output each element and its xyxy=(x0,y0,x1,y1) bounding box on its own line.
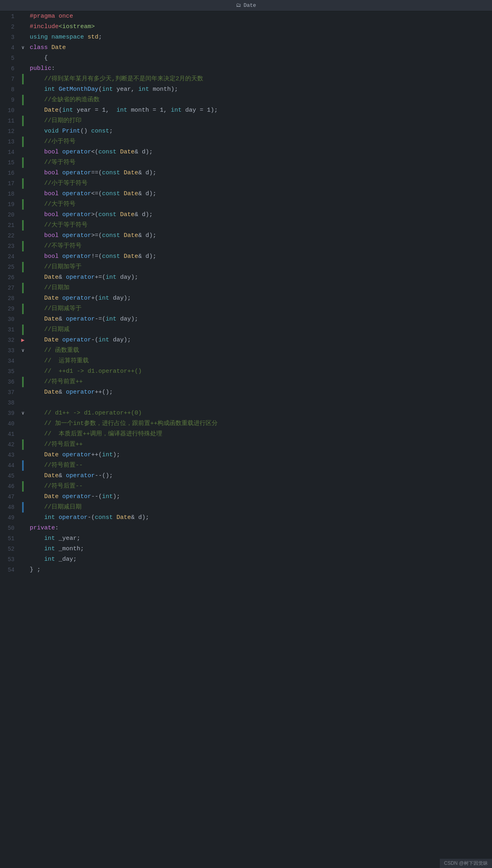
table-row: 39∨ // d1++ -> d1.operator++(0) xyxy=(0,408,492,419)
collapse-chevron-icon[interactable]: ∨ xyxy=(21,345,24,356)
token-comment: //符号前置-- xyxy=(44,462,83,469)
code-content: //日期加等于 xyxy=(27,262,492,272)
code-content: int _day; xyxy=(27,554,492,565)
token-normal: month = 1, xyxy=(127,107,171,114)
table-row: 33∨ // 函数重载 xyxy=(0,345,492,356)
token-normal: & d); xyxy=(135,149,153,155)
gutter xyxy=(19,210,27,220)
gutter xyxy=(19,53,27,63)
token-classname: Date xyxy=(124,170,138,176)
table-row: 6public: xyxy=(0,63,492,74)
table-row: 5 { xyxy=(0,53,492,63)
line-number: 52 xyxy=(0,544,19,554)
token-normal: >( xyxy=(91,211,98,218)
gutter xyxy=(19,533,27,544)
line-number: 43 xyxy=(0,450,19,460)
table-row: 25 //日期加等于 xyxy=(0,262,492,272)
token-normal: day); xyxy=(109,337,131,343)
gutter-green-bar xyxy=(22,439,24,450)
code-area: 1#pragma once2#include<iostream>3using n… xyxy=(0,11,492,575)
gutter-green-bar xyxy=(22,95,24,105)
line-number: 42 xyxy=(0,439,19,450)
token-normal xyxy=(30,222,44,229)
code-content: Date& operator-=(int day); xyxy=(27,314,492,325)
token-normal xyxy=(59,493,62,500)
code-content: //等于符号 xyxy=(27,157,492,168)
token-comment: // 运算符重载 xyxy=(44,357,89,364)
line-number: 32 xyxy=(0,335,19,345)
token-normal: & d); xyxy=(135,211,153,218)
token-normal xyxy=(30,232,44,239)
collapse-chevron-icon[interactable]: ∨ xyxy=(21,43,24,53)
gutter xyxy=(19,314,27,325)
token-classname: Date xyxy=(44,337,59,343)
token-fn: operator xyxy=(62,190,91,197)
gutter xyxy=(19,377,27,387)
line-number: 29 xyxy=(0,304,19,314)
table-row: 40 // 加一个int参数，进行占位，跟前置++构成函数重载进行区分 xyxy=(0,419,492,429)
gutter xyxy=(19,502,27,513)
code-content: #include<iostream> xyxy=(27,22,492,32)
token-normal xyxy=(59,128,62,135)
token-normal: & d); xyxy=(138,253,156,260)
gutter-green-bar xyxy=(22,137,24,147)
table-row: 2#include<iostream> xyxy=(0,22,492,32)
line-number: 51 xyxy=(0,533,19,544)
gutter-green-bar xyxy=(22,283,24,293)
table-row: 13 //小于符号 xyxy=(0,137,492,147)
line-number: 9 xyxy=(0,95,19,105)
token-classname: Date xyxy=(116,514,131,521)
line-number: 13 xyxy=(0,137,19,147)
table-row: 32▶ Date operator-(int day); xyxy=(0,335,492,345)
table-row: 7 //得到某年某月有多少天,判断是不是闰年来决定2月的天数 xyxy=(0,74,492,84)
gutter xyxy=(19,492,27,502)
gutter xyxy=(19,544,27,554)
token-normal xyxy=(30,107,44,114)
code-content: { xyxy=(27,53,492,63)
code-content: //日期的打印 xyxy=(27,116,492,126)
line-number: 54 xyxy=(0,565,19,575)
gutter xyxy=(19,419,27,429)
code-content: void Print() const; xyxy=(27,126,492,137)
token-normal: day = 1); xyxy=(182,107,218,114)
line-number: 19 xyxy=(0,199,19,210)
code-content: //全缺省的构造函数 xyxy=(27,95,492,105)
token-normal xyxy=(30,295,44,302)
gutter: ∨ xyxy=(19,408,27,419)
token-normal xyxy=(30,138,44,145)
line-number: 11 xyxy=(0,116,19,126)
token-normal xyxy=(120,232,124,239)
token-normal xyxy=(30,170,44,176)
token-classname: Date xyxy=(44,295,59,302)
table-row: 47 Date operator--(int); xyxy=(0,492,492,502)
token-comment: //等于符号 xyxy=(44,159,76,166)
token-normal: -( xyxy=(91,337,98,343)
table-row: 17 //小于等于符号 xyxy=(0,178,492,189)
table-row: 48 //日期减日期 xyxy=(0,502,492,513)
token-normal xyxy=(48,44,51,51)
code-content: // 运算符重载 xyxy=(27,356,492,366)
line-number: 50 xyxy=(0,523,19,533)
table-row: 54} ; xyxy=(0,565,492,575)
token-normal xyxy=(30,462,44,469)
token-normal xyxy=(84,34,88,41)
token-comment: //小于等于符号 xyxy=(44,180,88,187)
code-content: //日期减 xyxy=(27,325,492,335)
collapse-chevron-icon[interactable]: ∨ xyxy=(21,408,24,419)
gutter xyxy=(19,178,27,189)
code-content xyxy=(27,398,492,408)
token-kw: using xyxy=(30,34,48,41)
token-normal: & xyxy=(59,316,66,323)
token-fn: operator xyxy=(66,274,95,281)
token-normal xyxy=(55,556,59,563)
gutter xyxy=(19,366,27,377)
token-normal xyxy=(30,96,44,103)
gutter xyxy=(19,325,27,335)
token-string: <iostream> xyxy=(59,23,95,30)
token-comment: // ++d1 -> d1.operator++() xyxy=(44,368,142,375)
token-normal xyxy=(30,556,44,563)
token-comment: //符号后置-- xyxy=(44,483,83,490)
token-normal xyxy=(120,170,124,176)
code-content: //符号前置++ xyxy=(27,377,492,387)
table-row: 29 //日期减等于 xyxy=(0,304,492,314)
